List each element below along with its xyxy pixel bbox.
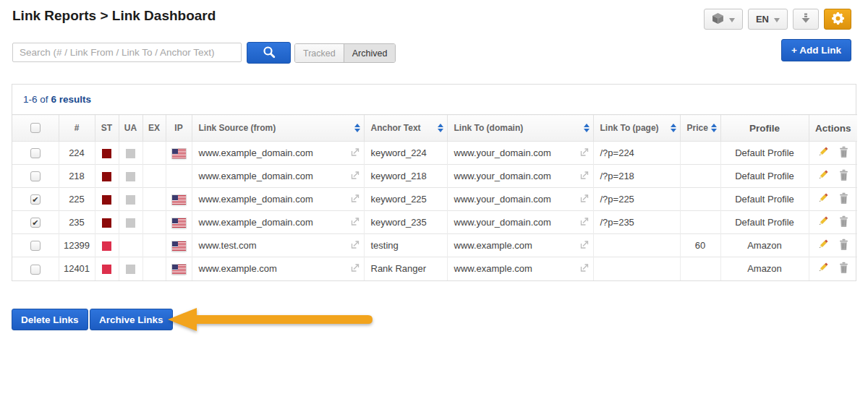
external-link-icon[interactable]	[580, 171, 589, 181]
link-source-text: www.test.com	[199, 240, 257, 251]
cell-ua	[119, 188, 142, 211]
language-selector[interactable]: EN	[748, 9, 788, 30]
cell-ex	[142, 188, 166, 211]
delete-link-icon[interactable]	[838, 262, 849, 275]
cell-actions	[809, 257, 857, 280]
external-link-icon[interactable]	[351, 194, 359, 205]
caret-down-icon	[774, 14, 780, 25]
delete-link-icon[interactable]	[838, 239, 849, 252]
cell-id: 12399	[59, 234, 95, 257]
link-source-text: www.example_domain.com	[199, 194, 313, 205]
sort-icons[interactable]	[584, 124, 590, 132]
cell-price	[680, 211, 720, 234]
row-checkbox[interactable]	[30, 241, 41, 251]
row-checkbox[interactable]	[30, 194, 41, 205]
cell-ip	[166, 234, 192, 257]
link-source-text: www.example_domain.com	[199, 147, 313, 158]
delete-link-icon[interactable]	[838, 192, 849, 206]
external-link-icon[interactable]	[580, 240, 589, 251]
cell-st	[95, 142, 119, 165]
edit-link-icon[interactable]	[817, 146, 829, 160]
edit-link-icon[interactable]	[817, 192, 829, 206]
row-checkbox[interactable]	[30, 148, 41, 158]
edit-link-icon[interactable]	[817, 169, 829, 183]
delete-link-icon[interactable]	[838, 169, 849, 183]
row-checkbox[interactable]	[30, 265, 41, 275]
cell-select[interactable]	[12, 234, 59, 257]
edit-link-icon[interactable]	[817, 215, 829, 229]
cell-st	[95, 257, 119, 280]
cell-select[interactable]	[12, 257, 59, 280]
external-link-icon[interactable]	[351, 147, 359, 158]
page-title: Link Reports > Link Dashboard	[12, 8, 216, 24]
ua-indicator	[126, 218, 135, 228]
sort-icons[interactable]	[671, 124, 676, 132]
row-checkbox[interactable]	[30, 218, 41, 228]
link-source-text: www.example.com	[199, 263, 277, 274]
external-link-icon[interactable]	[351, 240, 359, 251]
edit-link-icon[interactable]	[817, 262, 829, 275]
table-row: 218www.example_domain.comkeyword_218www.…	[12, 165, 857, 188]
header-ua[interactable]: UA	[119, 115, 142, 142]
search-button[interactable]	[247, 42, 291, 64]
external-link-icon[interactable]	[580, 217, 589, 228]
cell-profile: Default Profile	[720, 142, 809, 165]
cell-profile: Default Profile	[720, 165, 809, 188]
cell-price	[680, 142, 720, 165]
sort-icons[interactable]	[711, 124, 717, 132]
header-id[interactable]: #	[59, 115, 95, 142]
archive-links-button[interactable]: Archive Links	[90, 309, 173, 330]
header-ex[interactable]: EX	[142, 115, 166, 142]
header-select	[12, 115, 59, 142]
delete-link-icon[interactable]	[838, 215, 849, 229]
apps-menu-button[interactable]	[704, 9, 743, 30]
ua-indicator	[126, 172, 135, 181]
cell-link-to-page: /?p=218	[593, 165, 680, 188]
cell-ex	[142, 165, 166, 188]
cell-price	[680, 188, 720, 211]
tab-archived[interactable]: Archived	[344, 44, 396, 62]
cell-select[interactable]	[12, 211, 59, 234]
status-indicator	[102, 172, 111, 181]
cell-st	[95, 188, 119, 211]
cell-st	[95, 211, 119, 234]
external-link-icon[interactable]	[580, 263, 589, 274]
download-button[interactable]	[793, 9, 819, 30]
cell-anchor-text: keyword_218	[364, 165, 447, 188]
settings-button[interactable]	[824, 9, 851, 30]
external-link-icon[interactable]	[351, 217, 359, 228]
select-all-checkbox[interactable]	[30, 123, 41, 133]
external-link-icon[interactable]	[580, 147, 589, 158]
cell-actions	[809, 188, 857, 211]
header-ip[interactable]: IP	[166, 115, 192, 142]
header-price[interactable]: Price	[680, 115, 720, 142]
edit-link-icon[interactable]	[817, 239, 829, 252]
sort-icons[interactable]	[438, 124, 443, 132]
search-input[interactable]	[12, 43, 242, 62]
external-link-icon[interactable]	[580, 194, 589, 205]
header-anchor-text[interactable]: Anchor Text	[364, 115, 447, 142]
add-link-button[interactable]: + Add Link	[781, 39, 851, 61]
delete-links-button[interactable]: Delete Links	[12, 309, 88, 330]
external-link-icon[interactable]	[351, 263, 359, 274]
table-row: 12399www.test.comtestingwww.example.com6…	[12, 234, 857, 257]
external-link-icon[interactable]	[351, 171, 359, 181]
cell-profile: Default Profile	[720, 188, 809, 211]
delete-link-icon[interactable]	[838, 146, 849, 160]
row-checkbox[interactable]	[30, 171, 41, 181]
cell-link-to-domain: www.your_domain.com	[447, 188, 593, 211]
header-st[interactable]: ST	[95, 115, 119, 142]
link-source-text: www.example_domain.com	[199, 217, 313, 228]
sort-icons[interactable]	[354, 124, 360, 132]
cell-select[interactable]	[12, 165, 59, 188]
tab-tracked[interactable]: Tracked	[295, 44, 344, 62]
header-link-to-domain[interactable]: Link To (domain)	[447, 115, 593, 142]
cell-id: 225	[59, 188, 95, 211]
cell-link-to-page: /?p=225	[593, 188, 680, 211]
header-link-source[interactable]: Link Source (from)	[192, 115, 364, 142]
cell-link-source: www.example_domain.com	[192, 211, 364, 234]
link-to-domain-text: www.your_domain.com	[454, 194, 551, 205]
cell-select[interactable]	[12, 142, 59, 165]
header-link-to-page[interactable]: Link To (page)	[593, 115, 680, 142]
cell-select[interactable]	[12, 188, 59, 211]
